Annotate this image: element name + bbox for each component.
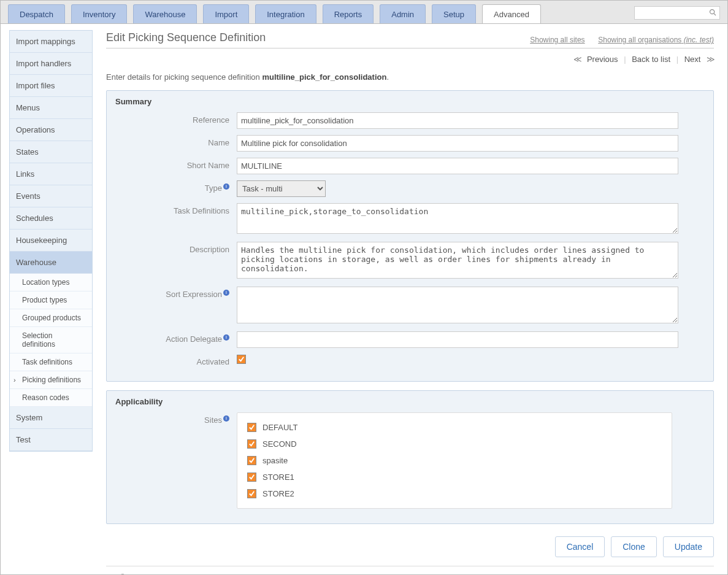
sidebar-item-housekeeping[interactable]: Housekeeping — [10, 230, 92, 252]
clone-button[interactable]: Clone — [611, 536, 657, 557]
applicability-panel: Applicability Sitesi DEFAULTSECONDspasit… — [106, 390, 714, 524]
svg-point-0 — [710, 9, 715, 14]
description-label: Description — [115, 242, 237, 254]
footer: © Realtime Despatch Software Ltd 2011-20… — [106, 566, 714, 574]
site-checkbox[interactable] — [247, 473, 256, 482]
top-tabbar: Despatch Inventory Warehouse Import Inte… — [1, 1, 727, 24]
short-name-label: Short Name — [115, 158, 237, 170]
sidebar-sub-task-definitions[interactable]: Task definitions — [10, 353, 92, 371]
applicability-title: Applicability — [115, 397, 705, 406]
nav-next[interactable]: Next — [684, 55, 701, 64]
site-checkbox[interactable] — [247, 489, 256, 498]
sidebar-sub-location-types[interactable]: Location types — [10, 274, 92, 291]
tab-setup[interactable]: Setup — [432, 4, 476, 23]
tab-warehouse[interactable]: Warehouse — [133, 4, 197, 23]
type-label: Typei — [115, 180, 237, 193]
site-row: spasite — [247, 452, 662, 469]
site-checkbox[interactable] — [247, 423, 256, 432]
sidebar-item-menus[interactable]: Menus — [10, 97, 92, 119]
sidebar-item-import-mappings[interactable]: Import mappings — [10, 31, 92, 53]
return-to-top-link[interactable]: Return to the top — [641, 573, 700, 574]
cancel-button[interactable]: Cancel — [555, 536, 605, 557]
sidebar-item-events[interactable]: Events — [10, 185, 92, 207]
help-icon[interactable]: i — [223, 415, 229, 422]
name-label: Name — [115, 135, 237, 147]
sidebar: Import mappings Import handlers Import f… — [1, 24, 93, 574]
sidebar-item-schedules[interactable]: Schedules — [10, 207, 92, 230]
sort-expression-field[interactable] — [237, 287, 678, 323]
chevron-right-icon: › — [13, 376, 16, 384]
sidebar-sub-reason-codes[interactable]: Reason codes — [10, 389, 92, 407]
site-name: spasite — [262, 456, 288, 465]
name-field[interactable] — [237, 135, 678, 152]
tab-advanced[interactable]: Advanced — [482, 4, 541, 23]
sidebar-sub-grouped-products[interactable]: Grouped products — [10, 309, 92, 327]
chevron-left-double-icon: ≪ — [573, 55, 581, 64]
tab-admin[interactable]: Admin — [380, 4, 426, 23]
record-nav: ≪ Previous | Back to list | Next ≫ — [106, 48, 714, 66]
sidebar-sub-selection-definitions[interactable]: Selection definitions — [10, 327, 92, 353]
reference-field[interactable] — [237, 112, 678, 129]
intro-text: Enter details for picking sequence defin… — [106, 72, 714, 82]
orgs-filter-link[interactable]: Showing all organisations (inc. test) — [598, 36, 714, 44]
sidebar-item-test[interactable]: Test — [10, 429, 92, 451]
site-name: STORE1 — [262, 473, 294, 482]
help-icon[interactable]: i — [223, 290, 229, 296]
summary-panel: Summary Reference Name Short Name Typei — [106, 90, 714, 382]
sidebar-item-links[interactable]: Links — [10, 163, 92, 185]
reference-label: Reference — [115, 112, 237, 125]
site-name: DEFAULT — [262, 423, 298, 432]
svg-line-1 — [714, 13, 716, 15]
sidebar-sub-product-types[interactable]: Product types — [10, 291, 92, 309]
sidebar-item-states[interactable]: States — [10, 141, 92, 163]
tab-reports[interactable]: Reports — [323, 4, 374, 23]
site-row: DEFAULT — [247, 419, 662, 436]
global-search[interactable] — [634, 6, 720, 20]
short-name-field[interactable] — [237, 158, 678, 174]
site-row: STORE2 — [247, 485, 662, 502]
sidebar-item-import-handlers[interactable]: Import handlers — [10, 53, 92, 75]
tab-inventory[interactable]: Inventory — [71, 4, 127, 23]
activated-checkbox[interactable] — [237, 355, 246, 364]
task-definitions-label: Task Definitions — [115, 203, 237, 215]
sidebar-sub-picking-definitions[interactable]: ›Picking definitions — [10, 371, 92, 389]
sidebar-item-system[interactable]: System — [10, 407, 92, 429]
nav-back-to-list[interactable]: Back to list — [632, 55, 670, 64]
type-select[interactable]: Task - multi — [237, 180, 326, 197]
help-icon[interactable]: i — [223, 334, 229, 341]
summary-title: Summary — [115, 97, 705, 106]
site-name: STORE2 — [262, 489, 294, 498]
sidebar-item-warehouse[interactable]: Warehouse — [10, 252, 92, 274]
activated-label: Activated — [115, 354, 237, 366]
tab-integration[interactable]: Integration — [255, 4, 316, 23]
sites-list: DEFAULTSECONDspasiteSTORE1STORE2 — [237, 412, 672, 509]
footer-copyright: © Realtime Despatch Software Ltd — [120, 573, 242, 574]
site-row: SECOND — [247, 436, 662, 452]
global-search-input[interactable] — [635, 8, 709, 18]
task-definitions-field[interactable]: multiline_pick,storage_to_consolidation — [237, 203, 678, 234]
sort-expression-label: Sort Expressioni — [115, 287, 237, 299]
nav-previous[interactable]: Previous — [587, 55, 618, 64]
tab-despatch[interactable]: Despatch — [8, 4, 65, 23]
tab-import[interactable]: Import — [203, 4, 249, 23]
description-field[interactable]: Handles the multiline pick for consolida… — [237, 242, 678, 279]
site-row: STORE1 — [247, 469, 662, 485]
update-button[interactable]: Update — [663, 536, 714, 557]
site-name: SECOND — [262, 439, 297, 449]
page-title: Edit Picking Sequence Definition — [106, 31, 266, 44]
search-icon — [709, 9, 717, 17]
footer-years: 2011-2016 — [247, 573, 285, 574]
action-delegate-label: Action Delegatei — [115, 331, 237, 344]
sites-filter-link[interactable]: Showing all sites — [530, 36, 584, 44]
help-icon[interactable]: i — [223, 183, 229, 190]
site-checkbox[interactable] — [247, 439, 256, 449]
sidebar-item-operations[interactable]: Operations — [10, 119, 92, 141]
site-checkbox[interactable] — [247, 456, 256, 465]
sites-label: Sitesi — [115, 412, 237, 425]
action-delegate-field[interactable] — [237, 331, 678, 348]
chevron-right-double-icon: ≫ — [707, 55, 714, 64]
sidebar-item-import-files[interactable]: Import files — [10, 75, 92, 97]
